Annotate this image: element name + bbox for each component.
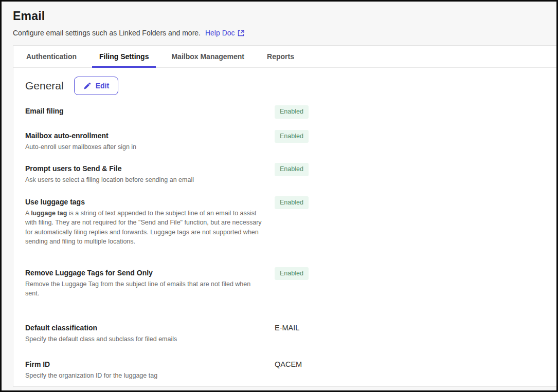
setting-description: Auto-enroll user mailboxes after sign in xyxy=(25,142,265,152)
setting-row-prompt-send-file: Prompt users to Send & File Ask users to… xyxy=(25,164,546,185)
edit-button-label: Edit xyxy=(96,82,109,90)
luggage-tag-term: luggage tag xyxy=(31,210,67,217)
email-settings-page: { "header": { "title": "Email", "subtitl… xyxy=(0,0,558,392)
setting-row-remove-luggage-tags: Remove Luggage Tags for Send Only Remove… xyxy=(25,268,546,298)
pencil-icon xyxy=(83,82,91,90)
tab-reports[interactable]: Reports xyxy=(260,46,301,67)
tab-authentication[interactable]: Authentication xyxy=(19,46,84,67)
status-badge: Enabled xyxy=(275,196,309,210)
settings-rows: Email filing Enabled Mailbox auto-enroll… xyxy=(25,106,546,392)
setting-title: Firm ID xyxy=(25,360,265,369)
setting-value: QACEM xyxy=(275,360,302,368)
edit-button[interactable]: Edit xyxy=(74,77,118,95)
page-subtitle-row: Configure email settings such as Linked … xyxy=(13,29,244,37)
setting-description: Specify the default class and subclass f… xyxy=(25,334,265,344)
setting-row-email-filing: Email filing Enabled xyxy=(25,106,546,119)
setting-description: Remove the Luggage Tag from the subject … xyxy=(25,279,265,298)
setting-row-firm-id: Firm ID Specify the organization ID for … xyxy=(25,360,546,381)
setting-title: Use luggage tags xyxy=(25,197,265,207)
tabbar: Authentication Filing Settings Mailbox M… xyxy=(13,46,556,68)
section-header: General Edit xyxy=(25,77,546,95)
status-badge: Enabled xyxy=(275,105,309,119)
help-doc-link[interactable]: Help Doc xyxy=(205,29,244,37)
page-title: Email xyxy=(13,9,244,23)
setting-description: A luggage tag is a string of text append… xyxy=(25,209,265,247)
status-badge: Enabled xyxy=(275,130,309,143)
tab-filing-settings[interactable]: Filing Settings xyxy=(92,46,156,67)
setting-title: Mailbox auto-enrollment xyxy=(25,131,265,141)
section-title: General xyxy=(25,80,64,92)
page-subtitle: Configure email settings such as Linked … xyxy=(13,29,201,37)
setting-value: E-MAIL xyxy=(275,324,299,332)
setting-title: Prompt users to Send & File xyxy=(25,164,265,174)
help-doc-label: Help Doc xyxy=(205,29,235,37)
status-badge: Enabled xyxy=(275,163,309,176)
setting-row-default-classification: Default classification Specify the defau… xyxy=(25,323,546,344)
setting-description: Ask users to select a filing location be… xyxy=(25,175,265,185)
status-badge: Enabled xyxy=(275,267,309,281)
setting-description: Specify the organization ID for the lugg… xyxy=(25,371,265,381)
setting-title: Email filing xyxy=(25,106,265,116)
setting-row-use-luggage-tags: Use luggage tags A luggage tag is a stri… xyxy=(25,197,546,247)
tab-mailbox-management[interactable]: Mailbox Management xyxy=(164,46,251,67)
setting-title: Remove Luggage Tags for Send Only xyxy=(25,268,265,278)
external-link-icon xyxy=(238,30,244,36)
setting-row-mailbox-auto-enrollment: Mailbox auto-enrollment Auto-enroll user… xyxy=(25,131,546,152)
page-header: Email Configure email settings such as L… xyxy=(13,9,244,37)
setting-title: Default classification xyxy=(25,323,265,333)
tab-content: General Edit Email filing Enabled xyxy=(13,68,556,392)
settings-card: Authentication Filing Settings Mailbox M… xyxy=(13,45,556,387)
